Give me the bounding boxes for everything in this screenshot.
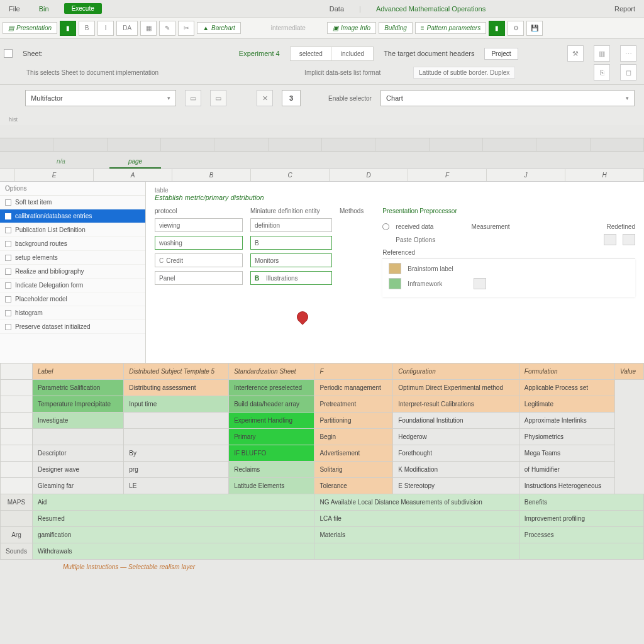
table-header[interactable]: Label <box>32 364 123 380</box>
table-cell[interactable]: Physiometrics <box>519 429 614 445</box>
table-cell[interactable]: Solitarig <box>314 462 393 478</box>
table-header[interactable]: F <box>314 364 393 380</box>
menu-advanced[interactable]: Advanced Mathematical Operations <box>372 3 489 15</box>
table-cell[interactable]: Materials <box>314 527 519 543</box>
col-header[interactable]: B <box>172 169 251 181</box>
checkbox-icon[interactable] <box>5 213 11 219</box>
row-number[interactable] <box>1 380 33 396</box>
row-number[interactable] <box>1 445 33 462</box>
table-cell[interactable]: Input time <box>124 396 229 413</box>
ribbon-grid-icon[interactable]: ▦ <box>140 21 157 36</box>
row-number[interactable] <box>1 396 33 413</box>
checkbox-icon[interactable] <box>5 269 11 275</box>
checkbox-icon[interactable] <box>5 296 11 303</box>
sheet-tab-1[interactable]: n/a <box>38 155 84 169</box>
table-header[interactable]: Value <box>614 364 643 380</box>
table-cell[interactable]: Interpret-result Calibrations <box>393 396 519 413</box>
panel-experiment-link[interactable]: Experiment 4 <box>239 50 280 57</box>
col-header[interactable]: C <box>251 169 330 181</box>
ribbon-brush-icon[interactable]: ✎ <box>159 21 175 36</box>
table-cell[interactable]: IF BLUFFO <box>229 445 314 462</box>
ribbon-cut-icon[interactable]: ✂ <box>178 21 194 36</box>
menu-bin[interactable]: Bin <box>35 3 53 15</box>
menu-report[interactable]: Report <box>611 3 639 15</box>
table-cell[interactable]: Interference preselected <box>229 380 314 396</box>
table-cell[interactable]: Forethought <box>393 445 519 462</box>
table-cell[interactable]: Build data/header array <box>229 396 314 413</box>
config-input[interactable]: definition <box>250 218 332 232</box>
config-icon-box[interactable] <box>623 234 635 245</box>
table-cell[interactable]: Begin <box>314 429 393 445</box>
ribbon-fill-button[interactable]: ▮ <box>60 21 76 36</box>
table-cell[interactable]: Primary <box>229 429 314 445</box>
config-input[interactable]: viewing <box>155 218 243 232</box>
col-header[interactable]: E <box>15 169 94 181</box>
ribbon-green-btn[interactable]: ▮ <box>489 21 505 36</box>
table-cell[interactable]: Temperature Imprecipitate <box>32 396 123 413</box>
table-cell[interactable]: Advertisement <box>314 445 393 462</box>
table-header[interactable] <box>1 364 33 380</box>
col-header[interactable]: J <box>487 169 565 181</box>
table-cell[interactable] <box>519 543 643 560</box>
ref-item[interactable]: Inframework <box>408 280 442 287</box>
sidebar-item[interactable]: Preserve dataset initialized <box>0 320 145 334</box>
ref-chip[interactable] <box>474 278 486 289</box>
table-cell[interactable]: Periodic management <box>314 380 393 396</box>
table-cell[interactable]: Hedgerow <box>393 429 519 445</box>
col-header[interactable]: D <box>330 169 408 181</box>
radio-button[interactable] <box>382 223 389 230</box>
ribbon-barchart[interactable]: ▲Barchart <box>197 22 241 34</box>
table-cell[interactable]: Gleaming far <box>32 478 123 494</box>
checkbox-icon[interactable] <box>5 255 11 261</box>
checkbox-icon[interactable] <box>5 324 11 330</box>
table-cell[interactable]: NG Available Local Distance Measurements… <box>314 494 519 511</box>
table-cell[interactable]: Resumed <box>32 511 314 527</box>
filter-icon-3[interactable]: ✕ <box>257 90 273 106</box>
table-cell[interactable]: E Stereotopy <box>393 478 519 494</box>
table-header[interactable]: Standardization Sheet <box>229 364 314 380</box>
table-cell[interactable]: LCA file <box>314 511 519 527</box>
table-cell[interactable]: Foundational Institution <box>393 413 519 429</box>
table-header[interactable]: Configuration <box>393 364 519 380</box>
table-cell[interactable]: Withdrawals <box>32 543 314 560</box>
sidebar-item[interactable]: calibration/database entries <box>0 209 145 223</box>
menu-execute-button[interactable]: Execute <box>64 3 102 14</box>
panel-checkbox[interactable] <box>4 49 13 58</box>
filter-icon-2[interactable]: ▭ <box>210 90 226 106</box>
panel-target-value[interactable]: Project <box>484 48 518 60</box>
table-cell[interactable]: Latitude Elements <box>229 478 314 494</box>
row-number[interactable] <box>1 429 33 445</box>
pin-marker-icon[interactable] <box>294 309 310 325</box>
table-cell[interactable]: Descriptor <box>32 445 123 462</box>
table-cell[interactable]: Processes <box>519 527 643 543</box>
table-cell[interactable]: gamification <box>32 527 314 543</box>
table-cell[interactable]: Improvement profiling <box>519 511 643 527</box>
col-corner[interactable] <box>0 169 15 181</box>
panel-tool-4[interactable]: ⎘ <box>594 64 610 80</box>
checkbox-icon[interactable] <box>5 310 11 316</box>
row-number[interactable] <box>1 413 33 429</box>
sidebar-item[interactable]: Publication List Definition <box>0 223 145 237</box>
checkbox-icon[interactable] <box>5 241 11 247</box>
sidebar-item[interactable]: background routes <box>0 237 145 251</box>
table-cell[interactable]: Approximate Interlinks <box>519 413 614 429</box>
filter-select-enable[interactable]: Chart▾ <box>380 90 635 106</box>
table-cell[interactable] <box>124 429 229 445</box>
ribbon-presentation[interactable]: ▤Presentation <box>3 22 57 34</box>
row-number[interactable] <box>1 478 33 494</box>
menu-file[interactable]: File <box>5 3 24 15</box>
table-cell[interactable] <box>124 413 229 429</box>
config-input[interactable]: B <box>250 236 332 250</box>
menu-data[interactable]: Data <box>326 3 348 15</box>
panel-tool-2[interactable]: ▥ <box>594 45 610 62</box>
ribbon-bold[interactable]: B <box>79 21 95 36</box>
panel-tool-3[interactable]: ⋯ <box>620 45 636 62</box>
table-cell[interactable]: Tolerance <box>314 478 393 494</box>
tab-included[interactable]: included <box>332 47 373 60</box>
config-input[interactable]: CCredit <box>155 253 243 267</box>
table-cell[interactable]: LE <box>124 478 229 494</box>
ref-item[interactable]: Brainstorm label <box>408 265 453 272</box>
sidebar-item[interactable]: Indicate Delegation form <box>0 279 145 292</box>
table-cell[interactable]: Instructions Heterogeneous <box>519 478 614 494</box>
col-header[interactable]: F <box>408 169 487 181</box>
